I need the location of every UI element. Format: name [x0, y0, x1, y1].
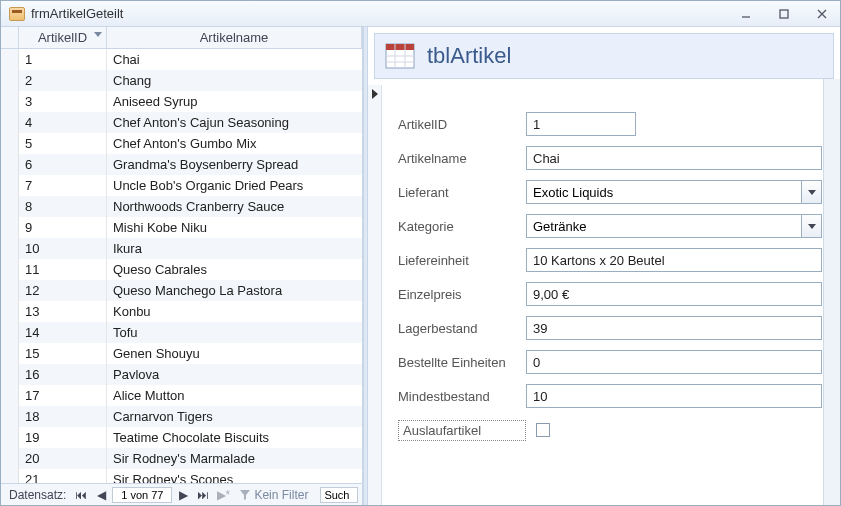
field-liefereinheit[interactable]: 10 Kartons x 20 Beutel	[526, 248, 822, 272]
table-row[interactable]: 5Chef Anton's Gumbo Mix	[1, 133, 362, 154]
table-row[interactable]: 13Konbu	[1, 301, 362, 322]
nav-last-button[interactable]: ⏭	[194, 487, 212, 503]
row-selector[interactable]	[1, 154, 19, 175]
cell-artikelid[interactable]: 7	[19, 175, 107, 196]
dropdown-button[interactable]	[801, 181, 821, 203]
field-einzelpreis[interactable]: 9,00 €	[526, 282, 822, 306]
cell-artikelname[interactable]: Ikura	[107, 238, 362, 259]
cell-artikelname[interactable]: Chef Anton's Cajun Seasoning	[107, 112, 362, 133]
field-bestellte[interactable]: 0	[526, 350, 822, 374]
cell-artikelname[interactable]: Pavlova	[107, 364, 362, 385]
filter-toggle-button[interactable]: Kein Filter	[234, 488, 314, 502]
cell-artikelid[interactable]: 20	[19, 448, 107, 469]
cell-artikelid[interactable]: 5	[19, 133, 107, 154]
row-selector[interactable]	[1, 364, 19, 385]
cell-artikelname[interactable]: Alice Mutton	[107, 385, 362, 406]
column-header-artikelid[interactable]: ArtikelID	[19, 27, 107, 48]
cell-artikelname[interactable]: Mishi Kobe Niku	[107, 217, 362, 238]
field-mindest[interactable]: 10	[526, 384, 822, 408]
table-row[interactable]: 6Grandma's Boysenberry Spread	[1, 154, 362, 175]
record-selector[interactable]	[368, 85, 382, 505]
cell-artikelname[interactable]: Queso Cabrales	[107, 259, 362, 280]
close-button[interactable]	[810, 6, 834, 22]
table-row[interactable]: 8Northwoods Cranberry Sauce	[1, 196, 362, 217]
table-row[interactable]: 14Tofu	[1, 322, 362, 343]
cell-artikelid[interactable]: 19	[19, 427, 107, 448]
column-header-artikelname[interactable]: Artikelname	[107, 27, 362, 48]
cell-artikelname[interactable]: Chang	[107, 70, 362, 91]
row-selector[interactable]	[1, 196, 19, 217]
cell-artikelname[interactable]: Chef Anton's Gumbo Mix	[107, 133, 362, 154]
field-artikelid[interactable]: 1	[526, 112, 636, 136]
nav-next-button[interactable]: ▶	[174, 487, 192, 503]
cell-artikelname[interactable]: Aniseed Syrup	[107, 91, 362, 112]
cell-artikelname[interactable]: Queso Manchego La Pastora	[107, 280, 362, 301]
table-row[interactable]: 15Genen Shouyu	[1, 343, 362, 364]
cell-artikelname[interactable]: Tofu	[107, 322, 362, 343]
cell-artikelid[interactable]: 21	[19, 469, 107, 483]
table-row[interactable]: 1Chai	[1, 49, 362, 70]
search-input[interactable]	[320, 487, 358, 503]
row-selector[interactable]	[1, 70, 19, 91]
cell-artikelname[interactable]: Sir Rodney's Scones	[107, 469, 362, 483]
cell-artikelid[interactable]: 6	[19, 154, 107, 175]
dropdown-button[interactable]	[801, 215, 821, 237]
cell-artikelid[interactable]: 9	[19, 217, 107, 238]
cell-artikelname[interactable]: Teatime Chocolate Biscuits	[107, 427, 362, 448]
row-selector[interactable]	[1, 259, 19, 280]
row-selector[interactable]	[1, 133, 19, 154]
table-row[interactable]: 18Carnarvon Tigers	[1, 406, 362, 427]
grid-body[interactable]: 1Chai2Chang3Aniseed Syrup4Chef Anton's C…	[1, 49, 362, 483]
cell-artikelid[interactable]: 4	[19, 112, 107, 133]
cell-artikelname[interactable]: Northwoods Cranberry Sauce	[107, 196, 362, 217]
table-row[interactable]: 10Ikura	[1, 238, 362, 259]
combo-lieferant[interactable]: Exotic Liquids	[526, 180, 822, 204]
table-row[interactable]: 7Uncle Bob's Organic Dried Pears	[1, 175, 362, 196]
cell-artikelid[interactable]: 8	[19, 196, 107, 217]
combo-kategorie[interactable]: Getränke	[526, 214, 822, 238]
row-selector[interactable]	[1, 49, 19, 70]
row-selector[interactable]	[1, 448, 19, 469]
table-row[interactable]: 4Chef Anton's Cajun Seasoning	[1, 112, 362, 133]
cell-artikelname[interactable]: Genen Shouyu	[107, 343, 362, 364]
row-selector[interactable]	[1, 175, 19, 196]
cell-artikelid[interactable]: 2	[19, 70, 107, 91]
table-row[interactable]: 11Queso Cabrales	[1, 259, 362, 280]
row-selector[interactable]	[1, 217, 19, 238]
cell-artikelid[interactable]: 3	[19, 91, 107, 112]
cell-artikelid[interactable]: 1	[19, 49, 107, 70]
cell-artikelname[interactable]: Carnarvon Tigers	[107, 406, 362, 427]
row-selector[interactable]	[1, 469, 19, 483]
cell-artikelid[interactable]: 17	[19, 385, 107, 406]
row-selector[interactable]	[1, 280, 19, 301]
nav-prev-button[interactable]: ◀	[92, 487, 110, 503]
row-selector[interactable]	[1, 343, 19, 364]
cell-artikelid[interactable]: 15	[19, 343, 107, 364]
table-row[interactable]: 12Queso Manchego La Pastora	[1, 280, 362, 301]
nav-new-button[interactable]: ▶*	[214, 487, 232, 503]
table-row[interactable]: 9Mishi Kobe Niku	[1, 217, 362, 238]
table-row[interactable]: 21Sir Rodney's Scones	[1, 469, 362, 483]
column-dropdown-icon[interactable]	[94, 32, 102, 37]
table-row[interactable]: 19Teatime Chocolate Biscuits	[1, 427, 362, 448]
row-selector[interactable]	[1, 385, 19, 406]
cell-artikelid[interactable]: 16	[19, 364, 107, 385]
cell-artikelname[interactable]: Konbu	[107, 301, 362, 322]
cell-artikelid[interactable]: 12	[19, 280, 107, 301]
table-row[interactable]: 3Aniseed Syrup	[1, 91, 362, 112]
cell-artikelid[interactable]: 14	[19, 322, 107, 343]
row-selector[interactable]	[1, 91, 19, 112]
select-all-stub[interactable]	[1, 27, 19, 48]
maximize-button[interactable]	[772, 6, 796, 22]
nav-first-button[interactable]: ⏮	[72, 487, 90, 503]
checkbox-auslauf[interactable]	[536, 423, 550, 437]
row-selector[interactable]	[1, 112, 19, 133]
cell-artikelname[interactable]: Chai	[107, 49, 362, 70]
cell-artikelid[interactable]: 13	[19, 301, 107, 322]
row-selector[interactable]	[1, 406, 19, 427]
cell-artikelname[interactable]: Uncle Bob's Organic Dried Pears	[107, 175, 362, 196]
cell-artikelid[interactable]: 10	[19, 238, 107, 259]
table-row[interactable]: 17Alice Mutton	[1, 385, 362, 406]
field-artikelname[interactable]: Chai	[526, 146, 822, 170]
cell-artikelname[interactable]: Sir Rodney's Marmalade	[107, 448, 362, 469]
